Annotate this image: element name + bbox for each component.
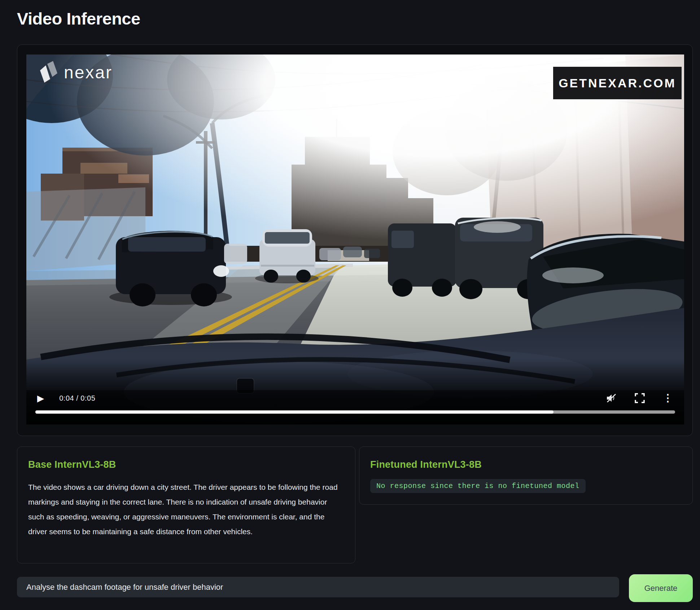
video-controls-bar: ▶ 0:04 / 0:05 ⋮ <box>37 391 675 405</box>
base-model-response: The video shows a car driving down a cit… <box>28 480 344 539</box>
more-options-button[interactable]: ⋮ <box>661 391 675 405</box>
dashcam-video-player[interactable]: nexar GETNEXAR.COM ▶ 0:04 / 0:05 <box>26 55 684 424</box>
page-title: Video Inference <box>17 9 140 29</box>
generate-button-label: Generate <box>644 584 678 593</box>
prompt-input[interactable] <box>17 577 619 597</box>
finetuned-model-panel: Finetuned InternVL3-8B No response since… <box>359 446 693 505</box>
dashcam-scene-illustration <box>26 55 684 424</box>
video-card: nexar GETNEXAR.COM ▶ 0:04 / 0:05 <box>17 44 693 436</box>
time-display: 0:04 / 0:05 <box>59 394 95 402</box>
generate-button[interactable]: Generate <box>629 574 693 602</box>
nexar-watermark: nexar <box>39 61 113 83</box>
fullscreen-button[interactable] <box>633 391 647 405</box>
video-progress-bar[interactable] <box>35 410 675 414</box>
play-button[interactable]: ▶ <box>37 394 44 403</box>
nexar-watermark-text: nexar <box>64 62 113 82</box>
base-model-panel: Base InternVL3-8B The video shows a car … <box>17 446 355 563</box>
video-progress-fill <box>35 410 554 414</box>
kebab-menu-icon: ⋮ <box>663 393 673 403</box>
nexar-logo-icon <box>39 61 58 83</box>
finetuned-model-title: Finetuned InternVL3-8B <box>370 459 682 470</box>
base-model-title: Base InternVL3-8B <box>28 459 344 470</box>
getnexar-badge: GETNEXAR.COM <box>553 67 682 99</box>
fullscreen-icon <box>634 392 646 404</box>
getnexar-badge-text: GETNEXAR.COM <box>559 76 676 90</box>
no-response-chip: No response since there is no finetuned … <box>370 479 586 493</box>
muted-speaker-icon <box>605 392 618 404</box>
mute-button[interactable] <box>605 391 618 405</box>
